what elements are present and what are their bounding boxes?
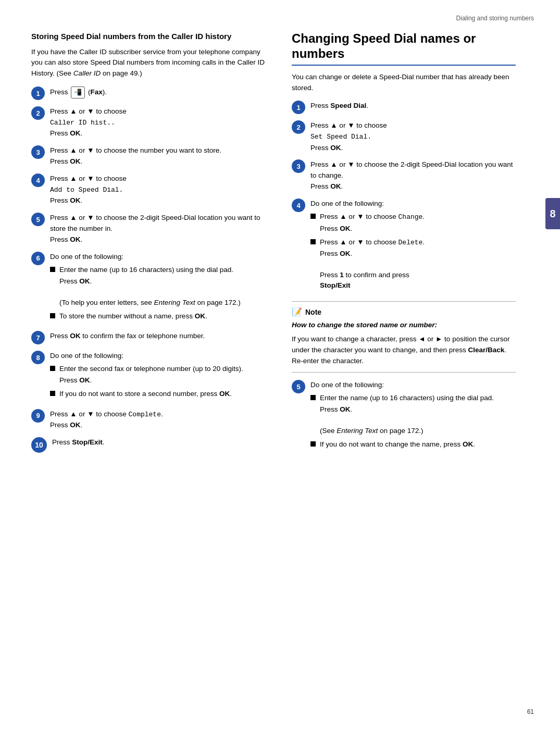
list-item: Enter the second fax or telephone number… bbox=[50, 364, 271, 386]
right-step-circle-4: 4 bbox=[292, 199, 305, 212]
left-step-8: 8 Do one of the following: Enter the sec… bbox=[31, 351, 271, 403]
right-intro: You can change or delete a Speed-Dial nu… bbox=[292, 72, 516, 94]
bullet-square bbox=[50, 366, 55, 371]
list-item: To store the number without a name, pres… bbox=[50, 311, 271, 321]
list-item: If you do not want to store a second num… bbox=[50, 389, 271, 399]
step-circle-8: 8 bbox=[31, 351, 45, 364]
list-item: Enter the name (up to 16 characters) usi… bbox=[310, 393, 516, 436]
bullet-square bbox=[310, 239, 316, 244]
list-item: Press ▲ or ▼ to choose Delete. Press OK.… bbox=[310, 237, 516, 291]
left-intro: If you have the Caller ID subscriber ser… bbox=[31, 47, 271, 80]
step-circle-1: 1 bbox=[31, 86, 45, 100]
right-big-heading: Changing Speed Dial names or numbers bbox=[292, 31, 516, 61]
right-step-5: 5 Do one of the following: Enter the nam… bbox=[292, 380, 516, 453]
list-item: If you do not want to change the name, p… bbox=[310, 439, 516, 450]
step-circle-4: 4 bbox=[31, 174, 45, 187]
right-step-2: 2 Press ▲ or ▼ to choose Set Speed Dial.… bbox=[292, 120, 516, 153]
step-circle-5: 5 bbox=[31, 213, 45, 226]
bullet-square bbox=[310, 214, 316, 219]
right-step-circle-5: 5 bbox=[292, 380, 305, 393]
bullet-square bbox=[310, 395, 316, 400]
bullet-square bbox=[310, 441, 316, 447]
left-section-title: Storing Speed Dial numbers from the Call… bbox=[31, 31, 271, 42]
header-bar: Dialing and storing numbers bbox=[456, 15, 534, 22]
step-circle-10: 10 bbox=[31, 437, 47, 453]
step-circle-2: 2 bbox=[31, 106, 45, 120]
bullet-square bbox=[50, 267, 55, 272]
left-step-3: 3 Press ▲ or ▼ to choose the number you … bbox=[31, 145, 271, 167]
left-column: Storing Speed Dial numbers from the Call… bbox=[31, 31, 271, 459]
step-circle-7: 7 bbox=[31, 331, 45, 344]
page-number: 61 bbox=[527, 708, 534, 715]
step-circle-6: 6 bbox=[31, 252, 45, 265]
note-content: How to change the stored name or number:… bbox=[292, 320, 516, 367]
left-step-6: 6 Do one of the following: Enter the nam… bbox=[31, 252, 271, 325]
step-circle-3: 3 bbox=[31, 145, 45, 159]
step-circle-9: 9 bbox=[31, 409, 45, 423]
header-text: Dialing and storing numbers bbox=[456, 15, 534, 22]
fax-icon: 📲 bbox=[71, 86, 85, 98]
note-title: 📝 Note bbox=[292, 307, 516, 317]
bullet-square bbox=[50, 313, 55, 318]
right-column: Changing Speed Dial names or numbers You… bbox=[292, 31, 531, 459]
list-item: Press ▲ or ▼ to choose Change. Press OK. bbox=[310, 212, 516, 234]
left-step-7: 7 Press OK to confirm the fax or telepho… bbox=[31, 331, 271, 344]
right-step-circle-1: 1 bbox=[292, 101, 305, 114]
heading-rule bbox=[292, 65, 516, 66]
right-step-3: 3 Press ▲ or ▼ to choose the 2-digit Spe… bbox=[292, 159, 516, 192]
bullet-square bbox=[50, 391, 55, 396]
left-step-2: 2 Press ▲ or ▼ to choose Caller ID hist.… bbox=[31, 106, 271, 139]
left-step-5: 5 Press ▲ or ▼ to choose the 2-digit Spe… bbox=[31, 213, 271, 245]
side-tab: 8 bbox=[545, 198, 560, 229]
left-step-1: 1 Press 📲 (Fax). bbox=[31, 86, 271, 100]
left-step-4: 4 Press ▲ or ▼ to choose Add to Speed Di… bbox=[31, 174, 271, 206]
right-step-circle-2: 2 bbox=[292, 120, 305, 134]
right-step-circle-3: 3 bbox=[292, 159, 305, 173]
left-step-10: 10 Press Stop/Exit. bbox=[31, 437, 271, 453]
note-box: 📝 Note How to change the stored name or … bbox=[292, 301, 516, 373]
note-icon: 📝 bbox=[292, 307, 302, 317]
right-step-1: 1 Press Speed Dial. bbox=[292, 101, 516, 114]
list-item: Enter the name (up to 16 characters) usi… bbox=[50, 265, 271, 308]
left-step-9: 9 Press ▲ or ▼ to choose Complete. Press… bbox=[31, 409, 271, 431]
right-step-4: 4 Do one of the following: Press ▲ or ▼ … bbox=[292, 199, 516, 294]
